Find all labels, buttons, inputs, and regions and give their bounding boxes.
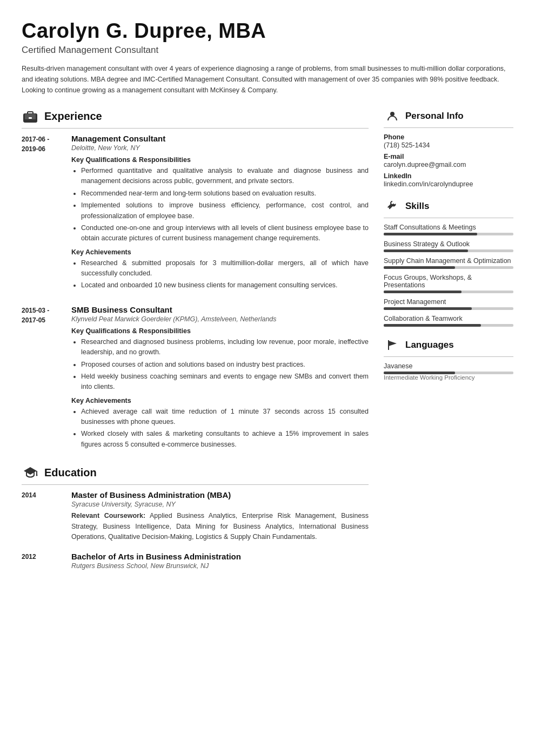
experience-icon <box>22 107 39 125</box>
exp-qual-item: Implemented solutions to improve busines… <box>81 200 369 221</box>
edu-school: Syracuse University, Syracuse, NY <box>71 501 369 508</box>
skill-item: Collaboration & Teamwork <box>384 315 513 327</box>
edu-date: 2012 <box>22 552 64 572</box>
svg-rect-4 <box>29 117 32 119</box>
language-item: JavaneseIntermediate Working Proficiency <box>384 362 513 381</box>
skill-bar-bg <box>384 249 513 252</box>
edu-school: Rutgers Business School, New Brunswick, … <box>71 562 369 570</box>
skills-header: Skills <box>384 198 513 218</box>
personal-info-title: Personal Info <box>405 111 464 122</box>
exp-company: Klynveld Peat Marwick Goerdeler (KPMG), … <box>71 315 369 323</box>
exp-company: Deloitte, New York, NY <box>71 144 369 152</box>
exp-ach-item: Researched & submitted proposals for 3 m… <box>81 258 369 279</box>
exp-qual-item: Proposed courses of action and solutions… <box>81 360 369 370</box>
svg-marker-5 <box>24 467 37 475</box>
languages-header: Languages <box>384 336 513 357</box>
skill-item: Focus Groups, Workshops, & Presentations <box>384 274 513 293</box>
language-name: Javanese <box>384 362 513 370</box>
skill-item: Business Strategy & Outlook <box>384 240 513 252</box>
exp-ach-item: Located and onboarded 10 new business cl… <box>81 280 369 291</box>
exp-qual-label: Key Qualifications & Responsibilities <box>71 156 369 164</box>
experience-section-title: Experience <box>44 110 102 123</box>
skills-icon <box>384 198 401 215</box>
left-column: Experience 2017-06 - 2019-06Management C… <box>22 107 369 582</box>
exp-qual-list: Researched and diagnosed business proble… <box>71 337 369 393</box>
education-icon <box>22 464 39 481</box>
exp-qual-item: Held weekly business coaching seminars a… <box>81 372 369 393</box>
exp-date: 2015-03 - 2017-05 <box>22 305 64 452</box>
experience-entry: 2017-06 - 2019-06Management ConsultantDe… <box>22 134 369 293</box>
skill-item: Project Management <box>384 298 513 310</box>
skill-bar-fill <box>384 307 472 310</box>
skill-bar-fill <box>384 266 455 269</box>
linkedin-label: LinkedIn <box>384 172 513 180</box>
skill-bar-fill <box>384 324 481 327</box>
skills-section: Skills Staff Consultations & MeetingsBus… <box>384 198 513 327</box>
edu-content: Master of Business Administration (MBA)S… <box>71 490 369 542</box>
svg-point-9 <box>391 202 393 204</box>
candidate-title: Certified Management Consultant <box>22 45 513 56</box>
resume-header: Carolyn G. Dupree, MBA Certified Managem… <box>22 19 513 96</box>
phone-value: (718) 525-1434 <box>384 141 513 149</box>
edu-degree: Master of Business Administration (MBA) <box>71 490 369 500</box>
skill-name: Collaboration & Teamwork <box>384 315 513 322</box>
education-section: Education 2014Master of Business Adminis… <box>22 464 369 572</box>
edu-coursework: Relevant Coursework: Applied Business An… <box>71 511 369 542</box>
email-label: E-mail <box>384 153 513 160</box>
skill-name: Focus Groups, Workshops, & Presentations <box>384 274 513 289</box>
skill-name: Project Management <box>384 298 513 306</box>
skill-bar-bg <box>384 266 513 269</box>
experience-section-header: Experience <box>22 107 369 129</box>
skill-bar-bg <box>384 324 513 327</box>
skill-bar-fill <box>384 233 477 235</box>
languages-list: JavaneseIntermediate Working Proficiency <box>384 362 513 381</box>
edu-content: Bachelor of Arts in Business Administrat… <box>71 552 369 572</box>
skills-list: Staff Consultations & MeetingsBusiness S… <box>384 224 513 327</box>
education-entry: 2012Bachelor of Arts in Business Adminis… <box>22 552 369 572</box>
exp-qual-label: Key Qualifications & Responsibilities <box>71 327 369 335</box>
exp-ach-item: Achieved average call wait time reductio… <box>81 407 369 428</box>
exp-job-title: Management Consultant <box>71 134 369 143</box>
candidate-name: Carolyn G. Dupree, MBA <box>22 19 513 43</box>
languages-icon <box>384 336 401 354</box>
languages-title: Languages <box>405 340 454 350</box>
exp-ach-label: Key Achievements <box>71 248 369 256</box>
skill-name: Staff Consultations & Meetings <box>384 224 513 231</box>
email-value: carolyn.dupree@gmail.com <box>384 161 513 168</box>
edu-date: 2014 <box>22 490 64 542</box>
skill-bar-fill <box>384 249 468 252</box>
skill-bar-fill <box>384 291 462 293</box>
edu-degree: Bachelor of Arts in Business Administrat… <box>71 552 369 561</box>
phone-label: Phone <box>384 133 513 141</box>
exp-ach-list: Researched & submitted proposals for 3 m… <box>71 258 369 291</box>
skills-title: Skills <box>405 201 429 212</box>
education-entries: 2014Master of Business Administration (M… <box>22 490 369 572</box>
svg-marker-11 <box>389 341 397 346</box>
skill-name: Business Strategy & Outlook <box>384 240 513 248</box>
exp-job-title: SMB Business Consultant <box>71 305 369 314</box>
skill-item: Staff Consultations & Meetings <box>384 224 513 235</box>
exp-qual-item: Performed quantitative and qualitative a… <box>81 166 369 187</box>
exp-content: Management ConsultantDeloitte, New York,… <box>71 134 369 293</box>
skill-item: Supply Chain Management & Optimization <box>384 257 513 269</box>
exp-ach-label: Key Achievements <box>71 397 369 404</box>
exp-qual-list: Performed quantitative and qualitative a… <box>71 166 369 244</box>
exp-qual-item: Recommended near-term and long-term solu… <box>81 188 369 199</box>
personal-info-section: Personal Info Phone (718) 525-1434 E-mai… <box>384 107 513 188</box>
skill-bar-bg <box>384 291 513 293</box>
exp-ach-item: Worked closely with sales & marketing co… <box>81 429 369 450</box>
exp-qual-item: Researched and diagnosed business proble… <box>81 337 369 358</box>
languages-section: Languages JavaneseIntermediate Working P… <box>384 336 513 381</box>
exp-date: 2017-06 - 2019-06 <box>22 134 64 293</box>
exp-qual-item: Conducted one-on-one and group interview… <box>81 223 369 244</box>
exp-ach-list: Achieved average call wait time reductio… <box>71 407 369 450</box>
skill-bar-bg <box>384 233 513 235</box>
main-layout: Experience 2017-06 - 2019-06Management C… <box>22 107 513 582</box>
personal-info-icon <box>384 107 401 125</box>
svg-point-8 <box>390 112 394 116</box>
right-column: Personal Info Phone (718) 525-1434 E-mai… <box>384 107 513 390</box>
svg-point-7 <box>36 475 38 476</box>
language-level: Intermediate Working Proficiency <box>384 374 513 381</box>
exp-content: SMB Business ConsultantKlynveld Peat Mar… <box>71 305 369 452</box>
candidate-summary: Results-driven management consultant wit… <box>22 63 513 96</box>
